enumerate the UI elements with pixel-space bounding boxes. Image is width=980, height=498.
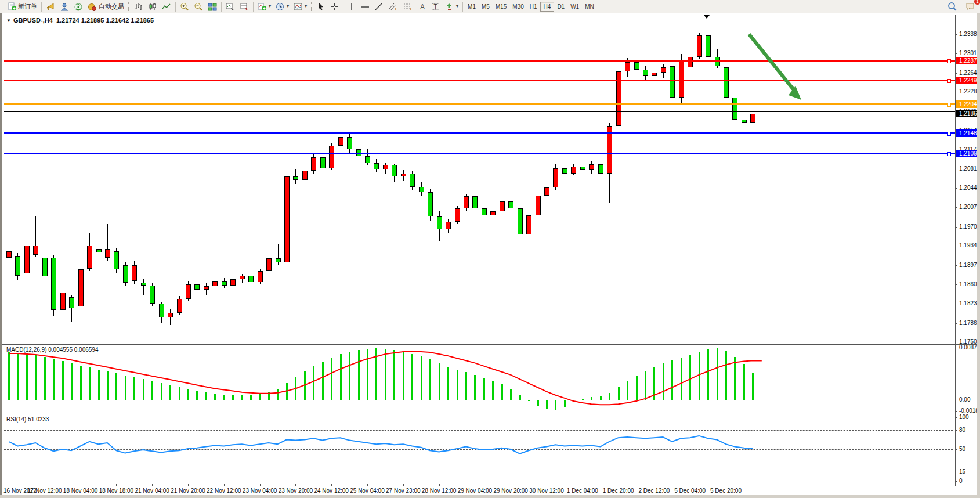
vertical-line-icon: [348, 2, 356, 11]
horn-icon: [46, 2, 55, 11]
candle: [365, 156, 370, 163]
timeframe-button-mn[interactable]: MN: [582, 2, 597, 11]
line-anchor-handle[interactable]: [947, 79, 951, 83]
candle: [526, 215, 531, 234]
rsi-label: RSI(14) 51.0233: [6, 416, 49, 423]
zoom-in-button[interactable]: [178, 0, 191, 13]
date-label: 21 Nov 20:00: [171, 488, 205, 494]
timeframe-button-m5[interactable]: M5: [479, 2, 493, 11]
search-button[interactable]: [945, 0, 960, 13]
accounts-button[interactable]: [57, 0, 71, 13]
horizontal-line-object[interactable]: [4, 153, 955, 154]
line-anchor-handle[interactable]: [947, 152, 951, 156]
macd-histogram-bar: [107, 371, 109, 400]
macd-histogram-bar: [627, 381, 628, 400]
candle: [266, 258, 272, 272]
arrows-icon: [445, 2, 454, 11]
chart-title: ▼GBPUSD-,H4 1.21724 1.21895 1.21642 1.21…: [6, 17, 154, 24]
timeframe-button-h4[interactable]: H4: [540, 2, 555, 12]
tile-windows-button[interactable]: [205, 0, 219, 13]
candle: [329, 146, 334, 168]
templates-button[interactable]: ▾: [291, 0, 309, 13]
macd-histogram-bar: [286, 383, 288, 400]
macd-histogram-bar: [143, 379, 144, 400]
line-anchor-handle[interactable]: [947, 103, 951, 107]
autotrade-button[interactable]: 自动交易: [85, 0, 126, 13]
text-label-tool-button[interactable]: T: [429, 0, 443, 13]
macd-rsi-separator[interactable]: [2, 414, 980, 414]
macd-histogram-bar: [322, 362, 324, 400]
candle: [661, 67, 666, 73]
macd-label: MACD(12,26,9) 0.004555 0.006594: [6, 347, 98, 353]
cursor-tool-button[interactable]: [314, 0, 328, 13]
macd-histogram-bar: [89, 367, 91, 400]
toolbar-grip[interactable]: [128, 2, 130, 11]
candle: [724, 67, 729, 98]
main-macd-separator[interactable]: [2, 344, 980, 345]
trend-arrow-head-icon[interactable]: [789, 86, 801, 100]
text-icon: A: [418, 2, 426, 11]
toolbar-grip[interactable]: [311, 2, 313, 11]
horizontal-line-object[interactable]: [4, 80, 955, 81]
candle: [562, 168, 567, 174]
timeframe-button-w1[interactable]: W1: [567, 2, 582, 11]
macd-histogram-bar: [439, 363, 440, 400]
chevron-down-icon: ▾: [269, 4, 271, 9]
notifications-button[interactable]: 1: [963, 0, 978, 13]
candle: [96, 249, 102, 252]
horizontal-line-object[interactable]: [4, 103, 955, 105]
candlestick-chart-button[interactable]: [146, 0, 160, 13]
periods-button[interactable]: ▾: [273, 0, 291, 13]
chart-menu-triangle-icon[interactable]: ▼: [6, 18, 11, 23]
macd-histogram-bar: [71, 363, 73, 400]
candle: [428, 192, 433, 216]
market-watch-button[interactable]: [44, 0, 57, 13]
timeframe-button-d1[interactable]: D1: [554, 2, 567, 11]
zoom-out-icon: [194, 2, 203, 11]
zoom-out-button[interactable]: [191, 0, 205, 13]
candle: [706, 35, 711, 57]
macd-histogram-bar: [519, 395, 521, 400]
line-anchor-handle[interactable]: [947, 59, 951, 63]
signals-button[interactable]: [71, 0, 85, 13]
crosshair-tool-button[interactable]: [328, 0, 341, 13]
price-level-badge: 1.22040: [956, 100, 980, 108]
trendline-tool-button[interactable]: [372, 0, 386, 13]
horizontal-line-object[interactable]: [4, 111, 955, 112]
new-order-button[interactable]: 新订单: [5, 0, 39, 13]
arrows-tool-button[interactable]: ▾: [443, 0, 461, 13]
macd-zero-line: [4, 400, 953, 400]
trend-arrow-shaft[interactable]: [749, 34, 794, 91]
bar-chart-icon: [134, 2, 143, 11]
equidistant-channel-tool-button[interactable]: E: [386, 0, 401, 13]
timeframe-button-m15[interactable]: M15: [493, 2, 509, 11]
horizontal-line-object[interactable]: [4, 60, 955, 62]
price-level-badge: 1.21095: [956, 150, 980, 157]
date-label: 27 Nov 23:00: [386, 488, 421, 494]
arrange-windows-button[interactable]: [223, 0, 237, 13]
macd-histogram-bar: [403, 352, 404, 400]
timeframe-button-h1[interactable]: H1: [527, 2, 540, 11]
timeframe-button-m30[interactable]: M30: [509, 2, 526, 11]
horizontal-line-tool-button[interactable]: [358, 0, 372, 13]
candle: [15, 256, 20, 275]
line-chart-button[interactable]: [160, 0, 173, 13]
data-window-button[interactable]: [237, 0, 251, 13]
fibonacci-tool-button[interactable]: F: [401, 0, 416, 13]
macd-histogram-bar: [429, 359, 431, 400]
bar-chart-button[interactable]: [132, 0, 146, 13]
candle: [715, 57, 720, 66]
date-label: 30 Nov 12:00: [529, 488, 564, 494]
chart-shift-marker-icon[interactable]: [704, 15, 710, 19]
indicators-button[interactable]: ▾: [255, 0, 273, 13]
text-tool-button[interactable]: A: [416, 0, 429, 13]
svg-text:A: A: [420, 3, 425, 11]
horizontal-scrollbar[interactable]: [0, 495, 980, 498]
vertical-line-tool-button[interactable]: [345, 0, 358, 13]
line-anchor-handle[interactable]: [947, 132, 951, 136]
timeframe-button-m1[interactable]: M1: [465, 2, 479, 11]
macd-histogram-bar: [492, 381, 494, 400]
toolbar-grip[interactable]: [2, 2, 3, 11]
horizontal-line-object[interactable]: [4, 132, 955, 134]
candle: [177, 299, 182, 312]
